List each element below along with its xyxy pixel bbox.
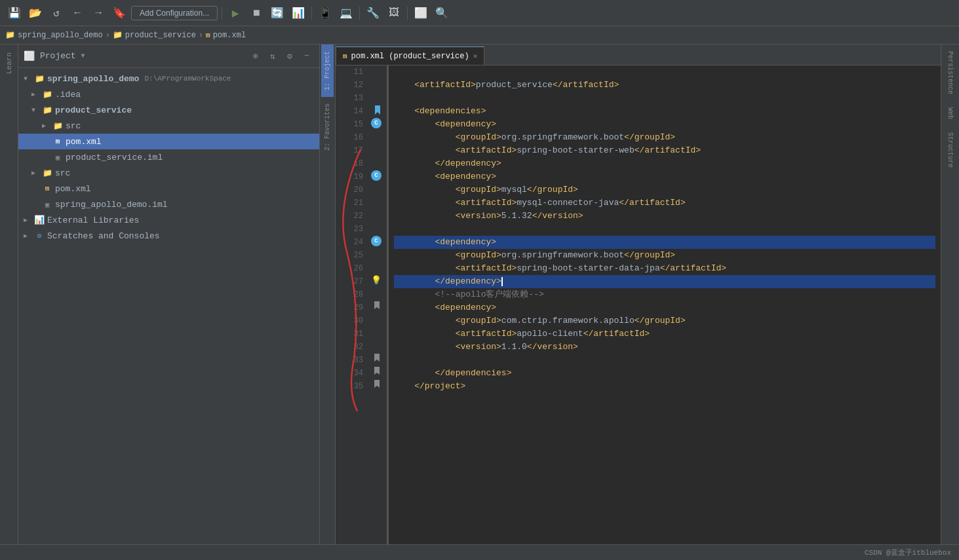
code-line-25: <groupId>org.springframework.boot</group… <box>394 249 935 262</box>
code-line-30: <groupId>com.ctrip.framework.apollo</gro… <box>394 314 935 327</box>
tree-arrow-ext-libs: ▶ <box>24 216 31 224</box>
favorites-strip: 1: Project 2: Favorites <box>320 45 336 544</box>
tab-maven-icon: m <box>343 52 347 60</box>
code-line-35: </project> <box>394 380 935 393</box>
panel-title: Project <box>40 51 76 61</box>
code-line-17: <artifactId>spring-boot-starter-web</art… <box>394 144 935 157</box>
editor-separator <box>387 65 389 544</box>
project-side-label[interactable]: 1: Project <box>321 45 334 97</box>
tree-iml-icon-demo: ▣ <box>42 199 52 210</box>
add-config-button[interactable]: Add Configuration... <box>131 6 218 20</box>
breadcrumb-project[interactable]: 📁 spring_apollo_demo <box>5 30 103 40</box>
tree-arrow-src: ▶ <box>42 122 50 130</box>
tree-item-product-service[interactable]: ▼ 📁 product_service <box>18 102 319 118</box>
open-folder-icon[interactable]: 📂 <box>26 4 45 22</box>
stop-icon[interactable]: ⏹ <box>247 4 265 22</box>
panel-add-icon[interactable]: ⊕ <box>248 49 263 64</box>
tree-item-pom-xml[interactable]: m pom.xml <box>18 134 319 149</box>
device-icon[interactable]: 💻 <box>337 4 355 22</box>
code-line-14: <dependencies> <box>394 105 935 118</box>
gutter-bulb-27: 💡 <box>371 275 382 286</box>
save-icon[interactable]: 💾 <box>5 4 24 22</box>
panel-header-icons: ⊕ ⇅ ⚙ − <box>248 49 314 64</box>
tree-item-root[interactable]: ▼ 📁 spring_apollo_demo D:\AProgramWorkSp… <box>18 71 319 86</box>
tree-item-src[interactable]: ▶ 📁 src <box>18 118 319 134</box>
tree-label-src: src <box>66 121 81 131</box>
panel-close-icon[interactable]: − <box>300 49 314 64</box>
code-content[interactable]: <artifactId>product_service</artifactId>… <box>389 65 941 544</box>
breadcrumb-file[interactable]: m pom.xml <box>206 31 246 40</box>
tree-item-src-root[interactable]: ▶ 📁 src <box>18 165 319 181</box>
line-num-23: 23 <box>336 223 363 236</box>
line-num-29: 29 <box>336 301 363 314</box>
tree-arrow-src-root: ▶ <box>31 169 39 177</box>
tree-label-scratches: Scratches and Consoles <box>47 231 160 241</box>
editor-tab-pom[interactable]: m pom.xml (product_service) ✕ <box>336 47 484 65</box>
code-line-18: </dependency> <box>394 157 935 170</box>
panel-dropdown-icon[interactable]: ▼ <box>81 52 85 60</box>
settings-icon[interactable]: 🔧 <box>364 4 382 22</box>
code-line-29: <dependency> <box>394 301 935 314</box>
line-num-22: 22 <box>336 210 363 223</box>
project-folder-icon: 📁 <box>5 30 15 40</box>
back-icon[interactable]: ← <box>68 4 87 22</box>
line-num-15: 15 <box>336 118 363 131</box>
editor-tabs: m pom.xml (product_service) ✕ <box>336 45 941 65</box>
tree-folder-icon-idea: 📁 <box>42 89 52 100</box>
code-line-23 <box>394 223 935 236</box>
search-icon[interactable]: 🔍 <box>433 4 451 22</box>
learn-strip[interactable]: Learn <box>3 47 16 79</box>
favorites-side-label[interactable]: 2: Favorites <box>321 97 334 157</box>
tree-label-ext-libs: External Libraries <box>47 215 139 225</box>
module-folder-icon: 📁 <box>113 30 123 40</box>
tree-item-scratches[interactable]: ▶ ⊙ Scratches and Consoles <box>18 228 319 244</box>
separator-2 <box>311 7 312 20</box>
code-line-27: </dependency> <box>394 275 935 288</box>
persistence-strip[interactable]: Persistence <box>944 45 956 101</box>
panel-settings-icon[interactable]: ⚙ <box>283 49 297 64</box>
tree-folder-icon-product-service: 📁 <box>42 105 52 115</box>
run-icon[interactable]: ▶ <box>226 4 245 22</box>
code-line-13 <box>394 92 935 105</box>
line-num-34: 34 <box>336 367 363 380</box>
coverage-icon[interactable]: 📊 <box>289 4 307 22</box>
tree-item-idea[interactable]: ▶ 📁 .idea <box>18 86 319 102</box>
gutter-dot-24: C <box>371 236 382 246</box>
phone-icon[interactable]: 📱 <box>316 4 334 22</box>
tree-arrow-idea: ▶ <box>31 90 39 98</box>
gutter-bookmark-34 <box>374 367 380 377</box>
tree-folder-icon-root: 📁 <box>34 73 45 84</box>
forward-icon[interactable]: → <box>89 4 108 22</box>
line-num-25: 25 <box>336 249 363 262</box>
panel-header: ⬜ Project ▼ ⊕ ⇅ ⚙ − <box>18 45 319 68</box>
tree-label-root: spring_apollo_demo <box>47 74 139 84</box>
panel-collapse-icon[interactable]: ⇅ <box>265 49 280 64</box>
tab-label: pom.xml (product_service) <box>351 52 469 61</box>
web-strip[interactable]: Web <box>944 101 956 126</box>
layout-icon[interactable]: ⬜ <box>412 4 430 22</box>
code-line-22: <version>5.1.32</version> <box>394 210 935 223</box>
code-line-34: </dependencies> <box>394 367 935 380</box>
tab-close-button[interactable]: ✕ <box>473 52 478 60</box>
breadcrumb-project-label: spring_apollo_demo <box>18 31 103 40</box>
bookmark-icon[interactable]: 🔖 <box>110 4 128 22</box>
rebuild-icon[interactable]: 🔄 <box>268 4 286 22</box>
tree-item-product-iml[interactable]: ▣ product_service.iml <box>18 149 319 165</box>
breadcrumb-file-label: pom.xml <box>213 31 246 40</box>
code-line-16: <groupId>org.springframework.boot</group… <box>394 131 935 144</box>
view-icon[interactable]: 🖼 <box>385 4 403 22</box>
tree-label-product-iml: product_service.iml <box>66 153 163 162</box>
refresh-icon[interactable]: ↺ <box>47 4 66 22</box>
tree-maven-icon-root: m <box>42 183 52 194</box>
tree-item-demo-iml[interactable]: ▣ spring_apollo_demo.iml <box>18 196 319 212</box>
structure-strip[interactable]: Structure <box>944 126 956 174</box>
tree-path-root: D:\AProgramWorkSpace <box>144 75 231 83</box>
line-num-27: 27 <box>336 275 363 288</box>
tree-item-ext-libs[interactable]: ▶ 📊 External Libraries <box>18 212 319 228</box>
line-num-12: 12 <box>336 79 363 92</box>
breadcrumb-module[interactable]: 📁 product_service <box>113 30 196 40</box>
line-num-17: 17 <box>336 144 363 157</box>
tree-item-pom-xml-root[interactable]: m pom.xml <box>18 181 319 196</box>
gutter-dot-19: C <box>371 170 382 181</box>
line-num-14: 14 <box>336 105 363 118</box>
